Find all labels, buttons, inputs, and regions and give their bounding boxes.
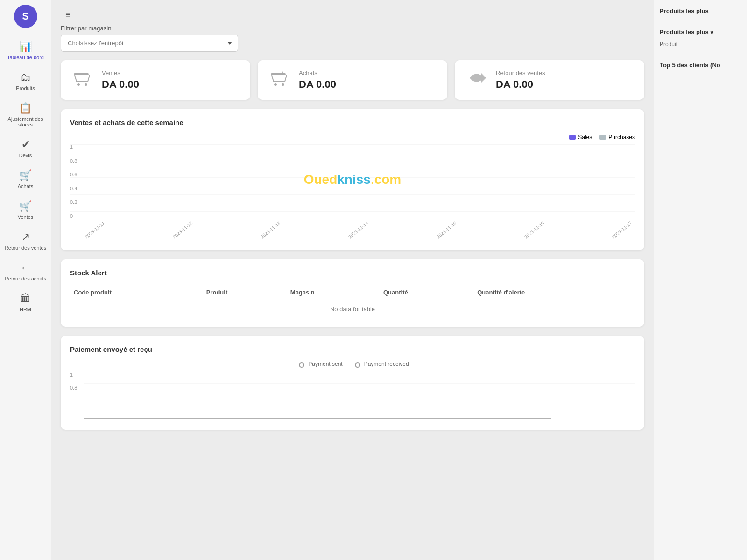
sidebar-label-hrm: HRM bbox=[20, 307, 31, 312]
hrm-icon: 🏛 bbox=[21, 293, 31, 305]
sidebar-label-tableau: Tableau de bord bbox=[7, 55, 44, 60]
retour-card-icon bbox=[465, 69, 487, 91]
adjust-icon: 📋 bbox=[19, 102, 32, 114]
svg-point-1 bbox=[77, 83, 80, 86]
card-ventes: Ventes DA 0.00 bbox=[61, 60, 250, 100]
payment-y-1: 1 bbox=[70, 372, 84, 378]
card-retour-ventes: Retour des ventes DA 0.00 bbox=[455, 60, 644, 100]
payment-legend: Payment sent Payment received bbox=[70, 361, 635, 367]
received-legend-line bbox=[352, 364, 361, 364]
sidebar-label-retour-ventes: Retour des ventes bbox=[5, 245, 46, 251]
right-middle-section: Produits les plus v Produit bbox=[660, 28, 741, 48]
chart-icon: 📊 bbox=[19, 41, 32, 53]
app-logo: S bbox=[14, 5, 37, 28]
col-code-produit: Code produit bbox=[70, 284, 203, 301]
retour-card-title: Retour des ventes bbox=[496, 70, 545, 77]
payment-plot bbox=[84, 372, 635, 420]
stock-table-header-row: Code produit Produit Magasin Quantité Qu… bbox=[70, 284, 635, 301]
sidebar-item-tableau-de-bord[interactable]: 📊 Tableau de bord bbox=[0, 35, 51, 66]
filter-bar: Filtrer par magasin Choisissez l'entrepô… bbox=[61, 25, 644, 52]
stock-table: Code produit Produit Magasin Quantité Qu… bbox=[70, 284, 635, 317]
weekly-chart-section: Ventes et achats de cette semaine Sales … bbox=[61, 109, 644, 250]
right-top-section: Produits les plus bbox=[660, 7, 741, 14]
ventes-card-value: DA 0.00 bbox=[102, 78, 139, 91]
right-top-title: Produits les plus bbox=[660, 7, 741, 14]
sidebar-label-ajustement: Ajustement des stocks bbox=[2, 116, 49, 127]
achats-card-value: DA 0.00 bbox=[299, 78, 336, 91]
return-purchases-icon: ← bbox=[21, 262, 31, 274]
sales-legend-label: Sales bbox=[578, 134, 592, 140]
col-quantite: Quantité bbox=[380, 284, 473, 301]
retour-card-info: Retour des ventes DA 0.00 bbox=[496, 70, 545, 91]
sidebar-label-achats: Achats bbox=[18, 183, 34, 189]
warehouse-select[interactable]: Choisissez l'entrepôt bbox=[61, 35, 238, 52]
achats-icon: 🛒 bbox=[19, 169, 32, 182]
legend-sales: Sales bbox=[569, 134, 592, 140]
svg-text:+: + bbox=[281, 70, 284, 77]
sidebar-label-produits: Produits bbox=[16, 85, 35, 91]
filter-label: Filtrer par magasin bbox=[61, 25, 644, 32]
payment-chart-area: 1 0.8 bbox=[70, 372, 635, 420]
right-top5-section: Top 5 des clients (No bbox=[660, 62, 741, 69]
no-data-cell: No data for table bbox=[70, 301, 635, 318]
achats-card-info: Achats DA 0.00 bbox=[299, 70, 336, 91]
ventes-card-title: Ventes bbox=[102, 70, 139, 77]
achats-card-title: Achats bbox=[299, 70, 336, 77]
stock-alert-section: Stock Alert Code produit Produit Magasin… bbox=[61, 259, 644, 327]
achats-card-icon: + bbox=[268, 69, 290, 91]
stock-alert-title: Stock Alert bbox=[70, 269, 635, 277]
devis-icon: ✔ bbox=[21, 139, 30, 151]
sidebar-item-ventes[interactable]: 🛒 Ventes bbox=[0, 195, 51, 225]
sidebar-label-devis: Devis bbox=[19, 153, 32, 158]
sidebar-label-retour-achats: Retour des achats bbox=[5, 276, 46, 281]
sidebar-label-ventes: Ventes bbox=[18, 214, 34, 220]
payment-sent-legend: Payment sent bbox=[296, 361, 342, 367]
svg-rect-0 bbox=[74, 73, 89, 75]
card-achats: + Achats DA 0.00 bbox=[258, 60, 447, 100]
stock-table-head: Code produit Produit Magasin Quantité Qu… bbox=[70, 284, 635, 301]
ventes-card-info: Ventes DA 0.00 bbox=[102, 70, 139, 91]
stock-table-body: No data for table bbox=[70, 301, 635, 318]
payment-received-label: Payment received bbox=[364, 361, 409, 367]
return-sales-icon: ↗ bbox=[21, 231, 30, 243]
right-top5-title: Top 5 des clients (No bbox=[660, 62, 741, 69]
sent-legend-line bbox=[296, 364, 305, 364]
chart-container: 1 0.8 0.6 0.4 0.2 0 bbox=[70, 144, 635, 241]
x-axis-labels: 2023-11-11 2023-11-12 2023-11-13 2023-11… bbox=[70, 232, 635, 241]
svg-point-4 bbox=[274, 83, 277, 86]
payment-chart-title: Paiement envoyé et reçu bbox=[70, 345, 635, 353]
payment-received-legend: Payment received bbox=[352, 361, 409, 367]
col-magasin: Magasin bbox=[287, 284, 380, 301]
summary-cards: Ventes DA 0.00 + Achats DA 0.00 bbox=[61, 60, 644, 100]
sidebar-item-produits[interactable]: 🗂 Produits bbox=[0, 66, 51, 97]
main-content: ≡ Filtrer par magasin Choisissez l'entre… bbox=[51, 0, 654, 560]
menu-toggle-icon[interactable]: ≡ bbox=[61, 5, 76, 24]
col-quantite-alerte: Quantité d'alerte bbox=[473, 284, 635, 301]
right-product-label: Produit bbox=[660, 41, 741, 48]
payment-y-08: 0.8 bbox=[70, 385, 84, 391]
right-bottom-title: Produits les plus v bbox=[660, 28, 741, 35]
ventes-icon: 🛒 bbox=[19, 200, 32, 212]
payment-sent-label: Payment sent bbox=[308, 361, 342, 367]
sidebar-item-achats[interactable]: 🛒 Achats bbox=[0, 164, 51, 195]
ventes-card-icon bbox=[71, 69, 93, 91]
table-row-no-data: No data for table bbox=[70, 301, 635, 318]
sidebar: S 📊 Tableau de bord 🗂 Produits 📋 Ajustem… bbox=[0, 0, 51, 560]
legend-purchases: Purchases bbox=[599, 134, 635, 140]
weekly-chart-title: Ventes et achats de cette semaine bbox=[70, 119, 635, 126]
sidebar-item-retour-ventes[interactable]: ↗ Retour des ventes bbox=[0, 225, 51, 256]
sidebar-item-ajustement[interactable]: 📋 Ajustement des stocks bbox=[0, 97, 51, 133]
products-icon: 🗂 bbox=[21, 71, 31, 84]
right-panel: Produits les plus Produits les plus v Pr… bbox=[654, 0, 747, 560]
sidebar-item-devis[interactable]: ✔ Devis bbox=[0, 133, 51, 164]
purchases-legend-label: Purchases bbox=[608, 134, 635, 140]
retour-card-value: DA 0.00 bbox=[496, 78, 545, 91]
sidebar-item-hrm[interactable]: 🏛 HRM bbox=[0, 287, 51, 318]
purchases-legend-dot bbox=[599, 135, 606, 140]
svg-point-2 bbox=[85, 83, 87, 86]
chart-legend: Sales Purchases bbox=[70, 134, 635, 140]
stock-table-wrapper: Code produit Produit Magasin Quantité Qu… bbox=[70, 284, 635, 317]
sidebar-item-retour-achats[interactable]: ← Retour des achats bbox=[0, 256, 51, 287]
payment-svg bbox=[84, 372, 635, 419]
sales-legend-dot bbox=[569, 135, 576, 140]
